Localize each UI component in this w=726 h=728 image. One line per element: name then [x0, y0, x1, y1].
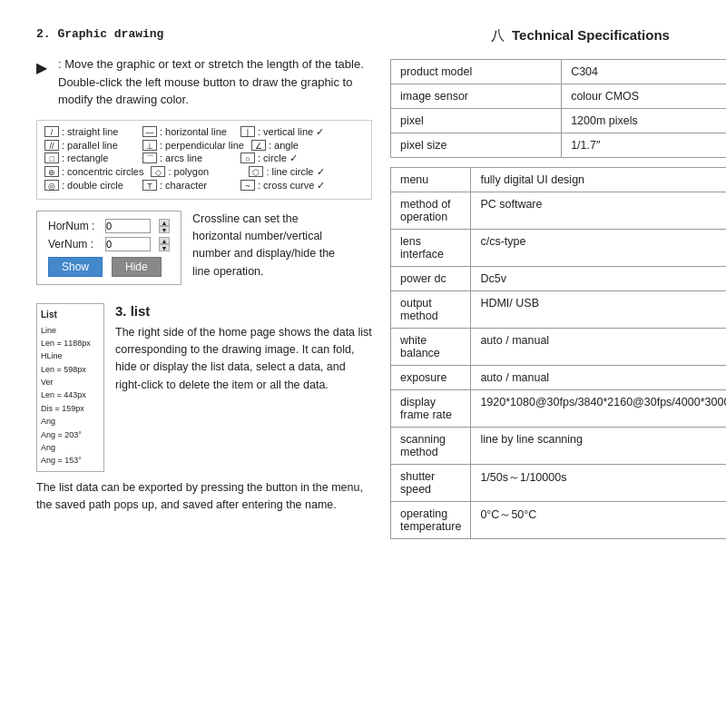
symbols-row-3: □ : rectangle ⌒ : arcs line ○ : circle ✓	[44, 152, 364, 164]
cursor-description: : Move the graphic or text or stretch th…	[58, 55, 372, 109]
symbol-straight-line: / : straight line	[44, 126, 135, 137]
symbol-parallel-line: // : parallel line	[44, 140, 135, 151]
param-scanning-method: scanning method	[391, 428, 471, 465]
character-icon: T	[142, 180, 157, 191]
table-row: power dc Dc5v	[391, 267, 727, 291]
graphic-desc: ▶ : Move the graphic or text or stretch …	[36, 55, 372, 109]
param-product-model: product model	[391, 60, 562, 84]
perpendicular-line-icon: ⊥	[142, 140, 157, 151]
symbol-concentric-circles: ⊚ : concentric circles	[44, 166, 143, 177]
value-scanning-method: line by line scanning	[471, 428, 726, 465]
vernum-input[interactable]	[105, 237, 151, 251]
vernum-spin-up[interactable]: ▲	[159, 237, 170, 244]
spec-table-2: menu fully digital UI design method of o…	[390, 167, 726, 539]
param-display-frame-rate: display frame rate	[391, 390, 471, 428]
symbol-character: T : character	[142, 180, 233, 191]
cross-curve-icon: ~	[240, 180, 255, 191]
line-circle-icon: ⬡	[249, 166, 263, 177]
table-row: lens interface c/cs-type	[391, 230, 727, 267]
vertical-line-icon: |	[240, 126, 255, 137]
param-shutter-speed: shutter speed	[391, 465, 471, 502]
symbol-circle: ○ : circle ✓	[240, 152, 331, 164]
page-title: 八 Technical Specifications	[390, 27, 726, 44]
value-pixel-size: 1/1.7″	[562, 133, 726, 158]
table-row: scanning method line by line scanning	[391, 428, 727, 465]
export-desc: The list data can be exported by pressin…	[36, 479, 372, 515]
list-preview-line-3: HLine	[41, 349, 100, 362]
param-image-sensor: image sensor	[391, 84, 562, 109]
symbols-row-2: // : parallel line ⊥ : perpendicular lin…	[44, 140, 364, 151]
table-row: menu fully digital UI design	[391, 168, 727, 192]
list-preview-line-8: Ang	[41, 415, 100, 428]
table-row: image sensor colour CMOS	[391, 84, 727, 109]
table-row: pixel size 1/1.7″	[391, 133, 727, 158]
list-preview-line-9: Ang = 203°	[41, 428, 100, 441]
symbols-grid: / : straight line — : horizontal line | …	[36, 120, 372, 200]
section-heading: 2. Graphic drawing	[36, 27, 372, 41]
rectangle-icon: □	[44, 152, 59, 163]
param-white-balance: white balance	[391, 329, 471, 366]
value-output-method: HDMI/ USB	[471, 291, 726, 329]
vernum-spin-down[interactable]: ▼	[159, 244, 170, 251]
vernum-label: VerNum :	[48, 238, 98, 251]
value-product-model: C304	[562, 60, 726, 84]
cursor-icon: ▶	[36, 57, 53, 79]
list-section: List Line Len = 1188px HLine Len = 598px…	[36, 303, 372, 472]
symbol-double-circle: ◎ : double circle	[44, 180, 135, 191]
value-pixel: 1200m pixels	[562, 109, 726, 133]
value-exposure: auto / manual	[471, 366, 726, 390]
settings-btn-row: Show Hide	[48, 257, 170, 277]
param-menu: menu	[391, 168, 471, 192]
vernum-spinner[interactable]: ▲ ▼	[159, 237, 170, 251]
value-menu: fully digital UI design	[471, 168, 726, 192]
table-row: operating temperature 0°C～50°C	[391, 502, 727, 539]
list-preview-line-5: Ver	[41, 376, 100, 389]
table-row: white balance auto / manual	[391, 329, 727, 366]
list-preview-line-4: Len = 598px	[41, 363, 100, 376]
spec-table-1: product model C304 image sensor colour C…	[390, 59, 726, 158]
hornum-spin-up[interactable]: ▲	[159, 219, 170, 226]
list-heading: 3. list	[115, 303, 372, 319]
value-method-of-operation: PC software	[471, 192, 726, 230]
value-white-balance: auto / manual	[471, 329, 726, 366]
table-row: display frame rate 1920*1080@30fps/3840*…	[391, 390, 727, 428]
value-lens-interface: c/cs-type	[471, 230, 726, 267]
hornum-input[interactable]	[105, 219, 151, 233]
symbol-perpendicular-line: ⊥ : perpendicular line	[142, 140, 244, 151]
symbol-polygon: ◇ : polygon	[151, 166, 241, 177]
hornum-spin-down[interactable]: ▼	[159, 226, 170, 233]
list-preview-title: List	[41, 308, 100, 322]
param-power-dc: power dc	[391, 267, 471, 291]
list-desc: The right side of the home page shows th…	[115, 324, 372, 395]
symbols-row-5: ◎ : double circle T : character ~ : cros…	[44, 180, 364, 192]
value-image-sensor: colour CMOS	[562, 84, 726, 109]
table-gap	[390, 158, 726, 167]
symbol-cross-curve: ~ : cross curve ✓	[240, 180, 331, 192]
table-row: method of operation PC software	[391, 192, 727, 230]
left-panel: 2. Graphic drawing ▶ : Move the graphic …	[36, 27, 372, 539]
table-row: product model C304	[391, 60, 727, 84]
hornum-spinner[interactable]: ▲ ▼	[159, 219, 170, 233]
show-button[interactable]: Show	[48, 257, 103, 277]
list-preview-line-6: Len = 443px	[41, 389, 100, 401]
symbol-angle: ∠ : angle	[251, 140, 342, 151]
param-output-method: output method	[391, 291, 471, 329]
polygon-icon: ◇	[151, 166, 165, 177]
symbol-vertical-line: | : vertical line ✓	[240, 126, 331, 138]
right-panel: 八 Technical Specifications product model…	[390, 27, 726, 539]
symbols-row-4: ⊚ : concentric circles ◇ : polygon ⬡ : l…	[44, 166, 364, 178]
title-prefix: 八	[491, 27, 505, 43]
circle-icon: ○	[240, 152, 255, 163]
table-row: output method HDMI/ USB	[391, 291, 727, 329]
symbol-arcs-line: ⌒ : arcs line	[142, 152, 233, 163]
value-operating-temperature: 0°C～50°C	[471, 502, 726, 539]
angle-icon: ∠	[251, 140, 266, 151]
table-row: shutter speed 1/50s～1/10000s	[391, 465, 727, 502]
param-pixel-size: pixel size	[391, 133, 562, 158]
list-preview: List Line Len = 1188px HLine Len = 598px…	[36, 303, 104, 472]
hide-button[interactable]: Hide	[112, 257, 162, 277]
list-content: 3. list The right side of the home page …	[115, 303, 372, 472]
arcs-line-icon: ⌒	[142, 152, 157, 163]
param-pixel: pixel	[391, 109, 562, 133]
table-row: pixel 1200m pixels	[391, 109, 727, 133]
